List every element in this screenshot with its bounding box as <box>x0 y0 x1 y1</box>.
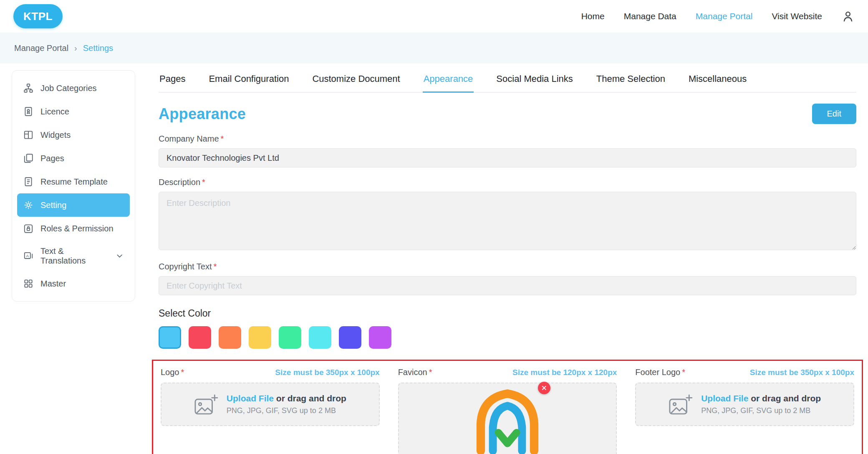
sidebar-item-widgets[interactable]: Widgets <box>17 123 130 147</box>
logo-upload-section: Logo * Size must be 350px x 100px <box>161 368 380 426</box>
nav-manage-data[interactable]: Manage Data <box>624 11 676 21</box>
upload-formats-hint: PNG, JPG, GIF, SVG up to 2 MB <box>227 406 346 415</box>
nav-links: Home Manage Data Manage Portal Visit Web… <box>581 10 855 23</box>
sidebar-item-label: Job Categories <box>40 84 97 93</box>
nav-home[interactable]: Home <box>581 11 605 21</box>
color-swatch-yellow[interactable] <box>249 326 271 349</box>
tab-appearance[interactable]: Appearance <box>423 70 474 93</box>
tab-customize-document[interactable]: Customize Document <box>311 70 401 92</box>
svg-text:A: A <box>26 254 29 258</box>
chevron-down-icon <box>115 251 124 261</box>
tab-theme-selection[interactable]: Theme Selection <box>595 70 666 92</box>
required-asterisk: * <box>682 368 685 377</box>
tab-pages[interactable]: Pages <box>159 70 186 92</box>
sidebar-item-licence[interactable]: Licence <box>17 100 130 123</box>
top-navbar: KTPL Home Manage Data Manage Portal Visi… <box>0 0 868 33</box>
description-label: Description * <box>159 178 856 187</box>
sidebar-item-master[interactable]: Master <box>17 272 130 295</box>
footer-logo-upload-section: Footer Logo * Size must be 350px x 100px <box>635 368 854 426</box>
color-swatch-cyan[interactable] <box>309 326 331 349</box>
breadcrumb: Manage Portal › Settings <box>0 33 868 63</box>
tab-miscellaneous[interactable]: Miscellaneous <box>688 70 747 92</box>
color-swatch-blue[interactable] <box>159 326 181 349</box>
required-asterisk: * <box>221 134 224 144</box>
favicon-upload-section: Favicon * Size must be 120px x 120px <box>398 368 617 454</box>
logo-label: Logo * <box>161 368 184 377</box>
color-swatch-green[interactable] <box>279 326 301 349</box>
color-swatch-orange[interactable] <box>219 326 241 349</box>
favicon-label: Favicon * <box>398 368 432 377</box>
sidebar-item-label: Roles & Permission <box>40 224 114 233</box>
settings-tabs: Pages Email Configuration Customize Docu… <box>159 70 856 93</box>
sidebar-item-text-translations[interactable]: A Text & Translations <box>17 240 130 272</box>
required-asterisk: * <box>181 368 184 377</box>
tab-social-media-links[interactable]: Social Media Links <box>495 70 573 92</box>
required-asterisk: * <box>429 368 432 377</box>
sidebar-item-label: Master <box>40 279 66 289</box>
sidebar-item-label: Setting <box>40 200 66 210</box>
sidebar-item-pages[interactable]: Pages <box>17 147 130 170</box>
tab-email-configuration[interactable]: Email Configuration <box>208 70 290 92</box>
image-upload-icon <box>669 394 693 415</box>
color-swatch-purple[interactable] <box>369 326 391 349</box>
upload-file-link[interactable]: Upload File <box>701 393 748 403</box>
upload-file-link[interactable]: Upload File <box>227 393 274 403</box>
image-upload-icon <box>194 394 218 415</box>
select-color-label: Select Color <box>159 308 856 319</box>
logo-upload-dropzone[interactable]: Upload File or drag and drop PNG, JPG, G… <box>161 383 380 426</box>
company-name-input[interactable] <box>159 148 856 167</box>
sidebar-item-setting[interactable]: Setting <box>17 193 130 217</box>
company-name-label: Company Name * <box>159 134 856 144</box>
remove-favicon-button[interactable]: ✕ <box>538 382 550 394</box>
sidebar-item-label: Licence <box>40 107 69 117</box>
grid-icon <box>23 278 34 289</box>
copyright-label: Copyright Text * <box>159 262 856 271</box>
pages-icon <box>23 153 34 164</box>
sidebar-item-resume-template[interactable]: Resume Template <box>17 170 130 193</box>
breadcrumb-parent[interactable]: Manage Portal <box>14 43 68 53</box>
sidebar-item-label: Pages <box>40 154 64 163</box>
settings-sidebar: Job Categories Licence Widgets <box>12 70 135 302</box>
user-account-icon[interactable] <box>841 10 855 23</box>
sidebar-item-job-categories[interactable]: Job Categories <box>17 76 130 100</box>
resume-icon <box>23 176 34 187</box>
favicon-upload-dropzone[interactable]: ✕ <box>398 383 617 454</box>
annotation-highlight-box: Logo * Size must be 350px x 100px <box>152 360 863 454</box>
description-textarea[interactable] <box>159 192 856 250</box>
widgets-icon <box>23 129 34 140</box>
favicon-size-hint: Size must be 120px x 120px <box>512 368 617 377</box>
hierarchy-icon <box>23 83 34 94</box>
breadcrumb-separator: › <box>74 43 77 53</box>
lock-icon <box>23 223 34 234</box>
footer-logo-label: Footer Logo * <box>635 368 685 377</box>
footer-logo-upload-dropzone[interactable]: Upload File or drag and drop PNG, JPG, G… <box>635 383 854 426</box>
logo-size-hint: Size must be 350px x 100px <box>275 368 379 377</box>
nav-manage-portal[interactable]: Manage Portal <box>696 11 753 21</box>
footer-logo-size-hint: Size must be 350px x 100px <box>750 368 854 377</box>
brand-logo[interactable]: KTPL <box>13 4 63 28</box>
sidebar-item-label: Resume Template <box>40 177 108 187</box>
required-asterisk: * <box>202 178 205 187</box>
translate-icon: A <box>23 251 34 261</box>
sidebar-item-label: Widgets <box>40 130 71 140</box>
sidebar-item-roles-permission[interactable]: Roles & Permission <box>17 217 130 240</box>
gear-icon <box>23 200 34 211</box>
sidebar-item-label: Text & Translations <box>40 246 108 266</box>
color-swatch-red[interactable] <box>189 326 211 349</box>
upload-formats-hint: PNG, JPG, GIF, SVG up to 2 MB <box>701 406 821 415</box>
page-title: Appearance <box>159 105 246 123</box>
color-swatch-indigo[interactable] <box>339 326 361 349</box>
favicon-preview-image: ✕ <box>470 388 545 454</box>
color-swatches <box>159 326 856 349</box>
nav-visit-website[interactable]: Visit Website <box>772 11 822 21</box>
licence-icon <box>23 106 34 117</box>
required-asterisk: * <box>213 262 217 271</box>
copyright-input[interactable] <box>159 276 856 295</box>
edit-button[interactable]: Edit <box>812 104 856 124</box>
breadcrumb-current[interactable]: Settings <box>83 43 113 53</box>
settings-main: Pages Email Configuration Customize Docu… <box>159 70 856 454</box>
